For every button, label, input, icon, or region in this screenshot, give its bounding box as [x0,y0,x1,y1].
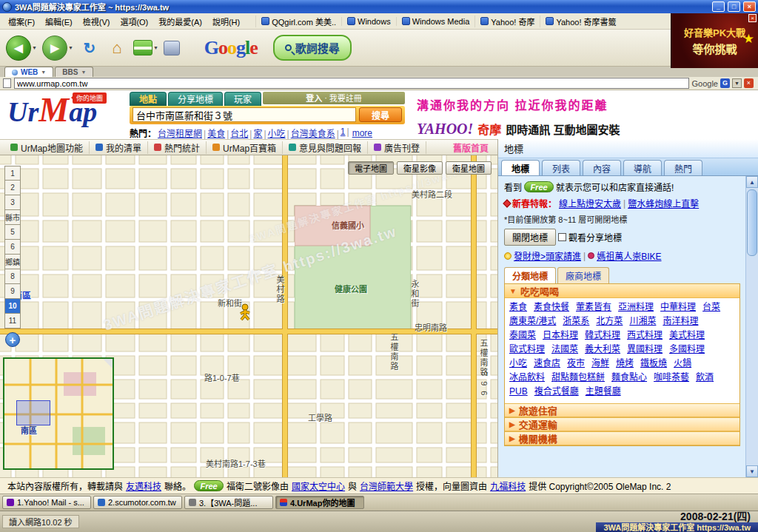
close-icon[interactable]: × [744,78,754,88]
menu-item[interactable]: 檔案(F) [3,14,40,29]
sidebar-section-header[interactable]: ▶ 旅遊住宿 [505,403,739,417]
space-center-link[interactable]: 國家太空中心 [292,479,345,492]
view-satellite-image-button[interactable]: 衛星影像 [397,161,443,175]
zoom-level-1[interactable]: 1 [4,166,21,181]
food-category-link[interactable]: 中華料理 [660,302,696,312]
zoom-level-2[interactable]: 2 [4,181,21,195]
sidebar-tab-content[interactable]: 內容 [583,160,621,175]
sidebar-scrollbar[interactable]: ▲ ▼ [745,176,758,477]
close-landmarks-button[interactable]: 關閉地標 [504,229,556,246]
tab-shared-landmarks[interactable]: 分享地標 [168,92,223,106]
food-category-link[interactable]: 韓式料理 [585,330,620,340]
forward-dropdown-icon[interactable]: ▼ [68,45,73,50]
menu-item[interactable]: 編輯(E) [40,14,78,29]
scrollbar-thumb[interactable] [747,189,757,256]
zoom-in-button[interactable]: + [5,332,20,347]
food-category-link[interactable]: 義大利菜 [585,344,620,354]
food-category-link[interactable]: 異國料理 [627,344,663,354]
hot-link[interactable]: 台灣租屋網 [158,129,202,139]
chevron-down-icon[interactable]: ▼ [732,78,742,88]
sidebar-tab-navigation[interactable]: 導航 [623,160,662,175]
bookmark-item[interactable]: Windows [341,17,396,26]
scroll-up-icon[interactable]: ▲ [746,176,758,188]
minimize-button[interactable]: _ [712,1,725,12]
food-category-link[interactable]: 速食店 [534,358,560,368]
fortune-lamp-link[interactable]: 發財燈>頭家請進 [514,249,581,262]
hot-link[interactable]: 小吃 [268,129,286,139]
food-category-link[interactable]: 南洋料理 [663,316,698,326]
food-category-link[interactable]: 夜市 [567,358,585,368]
view-satellite-map-button[interactable]: 衛星地圖 [446,161,492,175]
hot-link[interactable]: 台灣美食系 [291,129,335,139]
bookmark-item[interactable]: Yahoo! 奇摩書籤 [540,16,621,27]
zoom-level-3[interactable]: 3 [4,195,21,210]
taskbar-tab-3wa[interactable]: 3.【3WA-問題... [184,496,273,509]
food-category-link[interactable]: 西式料理 [627,330,663,340]
share-landmarks-checkbox[interactable] [558,233,566,241]
food-category-link[interactable]: 素食快餐 [534,302,569,312]
poi-tab-categories[interactable]: 分類地標 [504,267,556,283]
maximize-button[interactable]: □ [728,1,740,12]
taskbar-tab-scumotor[interactable]: 2.scumotor.com.tw [93,496,182,509]
food-category-link[interactable]: 麵食點心 [611,372,647,383]
tab-location[interactable]: 地點 [130,92,167,106]
bookmark-item[interactable]: QQgirl.com 美美.. [255,16,341,27]
food-category-link[interactable]: 多國料理 [669,344,705,354]
food-category-link[interactable]: 鐵板燒 [640,358,667,368]
menu-item[interactable]: 我的最愛(A) [153,14,207,29]
overview-minimap[interactable]: 南區 [3,357,114,470]
food-category-link[interactable]: 小吃 [509,358,527,368]
google-toolbar-logo[interactable]: Google [204,37,258,59]
zoom-level-9[interactable]: 9 [4,284,21,299]
food-category-link[interactable]: 浙菜系 [563,316,589,326]
register-link[interactable]: 我要註冊 [329,92,362,104]
taskbar-tab-yahoo-mail[interactable]: 1.Yahoo! Mail - s... [2,496,91,509]
scroll-down-icon[interactable]: ▼ [746,465,758,477]
food-category-link[interactable]: 海鮮 [591,358,609,368]
function-bar-item[interactable]: 廣告刊登 [368,141,426,154]
gift-tool-button[interactable] [133,40,152,55]
function-bar-item[interactable]: UrMap百寶箱 [207,141,283,154]
tab-player[interactable]: 玩家 [224,92,261,106]
home-button[interactable]: ⌂ [106,36,128,60]
function-bar-item[interactable]: 熱門統計 [148,141,207,154]
function-bar-item[interactable]: 意見與問題回報 [283,141,368,154]
food-category-link[interactable]: 素食 [509,302,527,312]
bookmark-item[interactable]: Windows Media [396,17,475,26]
minimap-viewport-rect[interactable] [16,400,50,425]
food-category-link[interactable]: 飲酒 [696,372,714,383]
hot-link[interactable]: 美食 [207,129,225,139]
food-category-link[interactable]: PUB [509,386,528,397]
hot-link[interactable]: 家 [253,129,262,139]
food-category-link[interactable]: 美式料理 [669,330,705,340]
messenger-promo-text[interactable]: 即時通訊 互動地圖安裝 [506,121,620,137]
food-category-link[interactable]: 複合式餐廳 [534,386,579,397]
food-category-link[interactable]: 主題餐廳 [586,386,621,397]
sidebar-section-header[interactable]: ▶ 交通運輸 [505,417,739,431]
taskbar-tab-urmap[interactable]: 4.UrMap你的地圖 [275,496,364,509]
food-category-link[interactable]: 亞洲料理 [618,302,654,312]
jiufu-tech-link[interactable]: 九福科技 [490,479,526,492]
food-category-link[interactable]: 北方菜 [596,316,623,326]
food-category-link[interactable]: 日本料理 [543,330,578,340]
zoom-level-10[interactable]: 10 [4,299,21,314]
refresh-button[interactable]: ↻ [78,36,101,60]
zoom-level-8[interactable]: 8 [4,269,21,284]
lyrics-search-button[interactable]: 歌詞搜尋 [273,35,352,61]
food-category-link[interactable]: 廣東菜/港式 [509,316,556,326]
youmai-tech-link[interactable]: 友邁科技 [126,479,161,492]
food-category-link[interactable]: 歐式料理 [509,344,545,354]
food-category-link[interactable]: 法國菜 [551,344,578,354]
ad-close-icon[interactable]: × [748,14,757,22]
map-canvas[interactable]: 3WA問題解決專家工作室 https://3wa.tw 3WA問題解決專家工作室… [0,155,497,477]
forward-button[interactable]: ▶ [42,36,67,61]
food-category-link[interactable]: 台菜 [702,302,720,312]
bookmark-item[interactable]: Yahoo! 奇摩 [474,16,540,27]
mazu-bike-link[interactable]: 媽祖萬人崇BIKE [597,249,661,262]
more-link[interactable]: more [352,128,372,138]
zoom-level-5[interactable]: 5 [4,225,21,240]
food-category-link[interactable]: 泰國菜 [509,330,536,340]
tab-web[interactable]: WEB ▼ [4,67,53,77]
food-category-link[interactable]: 火鍋 [674,358,691,368]
view-electronic-map-button[interactable]: 電子地圖 [348,161,394,175]
